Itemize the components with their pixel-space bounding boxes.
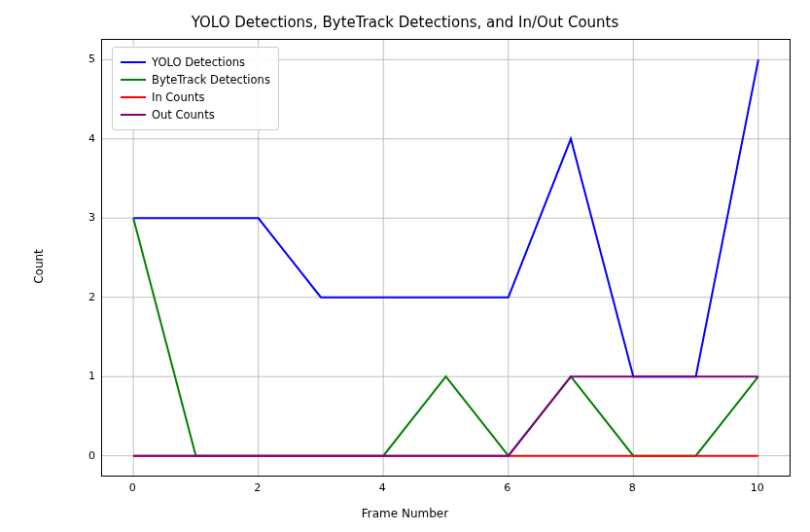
y-tick-label: 4: [56, 131, 95, 144]
legend-item-yolo: YOLO Detections: [121, 53, 270, 71]
x-tick-label: 4: [379, 481, 386, 494]
legend-swatch: [121, 79, 146, 81]
x-tick-label: 2: [254, 481, 261, 494]
legend-label: ByteTrack Detections: [152, 73, 270, 87]
x-tick-label: 10: [751, 481, 764, 494]
y-tick-label: 2: [56, 290, 95, 302]
legend-swatch: [121, 96, 146, 98]
y-axis-label: Count: [29, 0, 49, 532]
legend-item-in: In Counts: [121, 89, 270, 106]
y-tick-label: 5: [56, 53, 95, 65]
x-tick-label: 8: [629, 481, 636, 494]
x-tick-label: 6: [504, 481, 511, 494]
chart-figure: YOLO Detections, ByteTrack Detections, a…: [0, 0, 810, 532]
y-tick-label: 3: [56, 211, 95, 224]
legend: YOLO Detections ByteTrack Detections In …: [112, 47, 279, 130]
legend-label: YOLO Detections: [152, 55, 245, 69]
legend-label: Out Counts: [152, 108, 215, 122]
legend-swatch: [121, 61, 146, 63]
legend-item-out: Out Counts: [121, 106, 270, 124]
y-tick-label: 0: [56, 448, 95, 461]
legend-label: In Counts: [152, 90, 204, 104]
legend-item-bytetrack: ByteTrack Detections: [121, 71, 270, 89]
legend-swatch: [121, 114, 146, 116]
chart-title: YOLO Detections, ByteTrack Detections, a…: [0, 14, 810, 31]
x-tick-label: 0: [129, 481, 136, 494]
y-tick-label: 1: [56, 370, 95, 382]
x-axis-label: Frame Number: [0, 507, 810, 520]
